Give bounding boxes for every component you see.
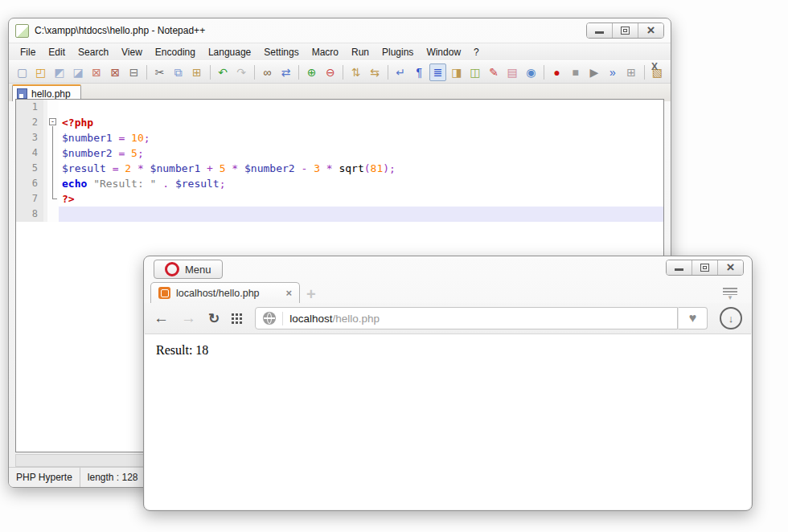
menu-item[interactable]: Window xyxy=(420,45,467,59)
tab-menu-button[interactable]: ▾ xyxy=(723,288,737,301)
new-file-icon[interactable]: ▢ xyxy=(14,63,31,81)
document-map-icon[interactable]: ◫ xyxy=(466,63,483,81)
close-all-documents-icon[interactable]: ⊠ xyxy=(107,63,124,81)
sync-horizontal-scrolling-icon[interactable]: ⇆ xyxy=(367,63,384,81)
save-all-icon[interactable]: ◪ xyxy=(69,63,86,81)
copy-icon[interactable]: ⧉ xyxy=(170,63,187,81)
speed-dial-icon[interactable] xyxy=(232,313,243,324)
close-document-icon[interactable]: ⊠ xyxy=(88,63,105,81)
menu-item[interactable]: Language xyxy=(202,45,257,59)
code-line[interactable]: 3$number1 = 10; xyxy=(16,130,663,145)
restore-icon xyxy=(621,27,630,35)
redo-icon[interactable]: ↷ xyxy=(233,63,250,81)
macro-stop-icon[interactable]: ■ xyxy=(567,63,584,81)
line-number: 8 xyxy=(16,207,43,222)
url-text[interactable]: localhost/hello.php xyxy=(289,313,380,325)
restore-button[interactable] xyxy=(613,23,638,38)
menu-item[interactable]: Encoding xyxy=(149,45,202,59)
fold-collapse-icon[interactable]: - xyxy=(49,118,56,125)
opera-window: Menu localhost/hello.php × + ▾ ← → ↻ xyxy=(143,256,753,511)
fold-margin xyxy=(47,100,59,115)
code-line[interactable]: 4$number2 = 5; xyxy=(16,145,663,161)
divider xyxy=(282,312,283,325)
zoom-in-icon[interactable]: ⊕ xyxy=(303,63,320,81)
new-tab-button[interactable]: + xyxy=(306,289,316,300)
opera-menu-button[interactable]: Menu xyxy=(154,260,223,279)
monitoring-icon[interactable]: ◉ xyxy=(523,63,540,81)
menu-item[interactable]: Settings xyxy=(257,45,305,59)
download-button[interactable]: ↓ xyxy=(720,307,742,329)
show-indent-guide-icon[interactable]: ≣ xyxy=(429,63,446,81)
saved-file-icon xyxy=(17,88,27,99)
folder-as-workspace-icon[interactable]: ▤ xyxy=(504,63,521,81)
line-number: 4 xyxy=(16,145,43,161)
bookmark-heart-button[interactable] xyxy=(678,307,708,329)
menu-item[interactable]: Edit xyxy=(42,45,72,59)
code-line[interactable]: 8 xyxy=(16,207,663,222)
minimize-icon xyxy=(595,28,604,34)
menu-item[interactable]: File xyxy=(14,45,42,59)
macro-run-multiple-icon[interactable]: » xyxy=(604,63,621,81)
opera-close-button[interactable] xyxy=(718,260,743,275)
address-bar[interactable]: localhost/hello.php xyxy=(255,307,678,329)
address-bar-group: localhost/hello.php xyxy=(255,307,708,329)
close-document-x[interactable]: X xyxy=(643,61,666,72)
close-button[interactable] xyxy=(638,23,663,38)
window-controls xyxy=(586,23,664,39)
undo-icon[interactable]: ↶ xyxy=(215,63,232,81)
close-tab-icon[interactable]: × xyxy=(285,287,292,299)
opera-minimize-button[interactable] xyxy=(667,260,692,275)
code-line[interactable]: 5$result = 2 * $number1 + 5 * $number2 -… xyxy=(16,161,663,176)
paste-icon[interactable]: ⊞ xyxy=(188,63,205,81)
code-line[interactable]: 2-<?php xyxy=(16,115,663,130)
reload-button[interactable]: ↻ xyxy=(208,310,220,327)
line-number: 3 xyxy=(16,130,43,145)
save-icon[interactable]: ◩ xyxy=(51,63,68,81)
zoom-out-icon[interactable]: ⊖ xyxy=(322,63,339,81)
edit-popup-icon[interactable]: ✎ xyxy=(485,63,502,81)
function-list-icon[interactable]: ◨ xyxy=(448,63,465,81)
macro-play-icon[interactable]: ▶ xyxy=(585,63,602,81)
opera-titlebar[interactable]: Menu xyxy=(144,256,752,281)
menu-item[interactable]: Run xyxy=(345,45,376,59)
browser-tab[interactable]: localhost/hello.php × xyxy=(150,282,300,303)
back-button[interactable]: ← xyxy=(154,309,169,327)
code-line[interactable]: 1 xyxy=(16,100,663,115)
open-file-icon[interactable]: ◰ xyxy=(32,63,49,81)
fold-margin xyxy=(47,191,59,207)
show-all-characters-icon[interactable]: ¶ xyxy=(411,63,428,81)
menu-item[interactable]: Plugins xyxy=(376,45,420,59)
download-arrow-icon: ↓ xyxy=(728,313,734,325)
opera-toolbar: ← → ↻ localhost/hello.php ↓ xyxy=(144,303,752,334)
find-icon[interactable]: ∞ xyxy=(259,63,276,81)
notepadpp-app-icon xyxy=(15,24,29,38)
opera-restore-button[interactable] xyxy=(692,260,718,275)
menu-item[interactable]: Macro xyxy=(306,45,345,59)
replace-icon[interactable]: ⇄ xyxy=(277,63,294,81)
code-text: echo "Result: " . $result; xyxy=(59,176,663,191)
code-text: ?> xyxy=(59,191,663,207)
fold-margin[interactable]: - xyxy=(47,115,59,130)
macro-save-icon[interactable]: ⊞ xyxy=(623,63,640,81)
fold-margin xyxy=(47,130,59,145)
tab-title: localhost/hello.php xyxy=(176,288,260,299)
sync-vertical-scrolling-icon[interactable]: ⇅ xyxy=(347,63,364,81)
macro-record-icon[interactable]: ● xyxy=(548,63,565,81)
line-number: 7 xyxy=(16,191,43,207)
code-line[interactable]: 7?> xyxy=(16,191,663,207)
opera-tab-bar: localhost/hello.php × + ▾ xyxy=(144,281,752,303)
minimize-button[interactable] xyxy=(587,23,613,38)
menu-item[interactable]: View xyxy=(115,45,149,59)
toolbar: ▢◰◩◪⊠⊠⊟✂⧉⊞↶↷∞⇄⊕⊖⇅⇆↵¶≣◨◫✎▤◉●■▶»⊞▧ xyxy=(9,60,671,84)
menu-item[interactable]: ? xyxy=(467,45,486,59)
forward-button[interactable]: → xyxy=(181,309,196,327)
word-wrap-icon[interactable]: ↵ xyxy=(392,63,409,81)
code-text xyxy=(59,100,663,115)
menu-item[interactable]: Search xyxy=(72,45,115,59)
tab-label: hello.php xyxy=(31,88,71,100)
line-number: 1 xyxy=(16,100,43,115)
code-line[interactable]: 6echo "Result: " . $result; xyxy=(16,176,663,191)
print-icon[interactable]: ⊟ xyxy=(125,63,142,81)
cut-icon[interactable]: ✂ xyxy=(151,63,168,81)
notepadpp-titlebar[interactable]: C:\xampp\htdocs\hello.php - Notepad++ xyxy=(9,18,671,43)
